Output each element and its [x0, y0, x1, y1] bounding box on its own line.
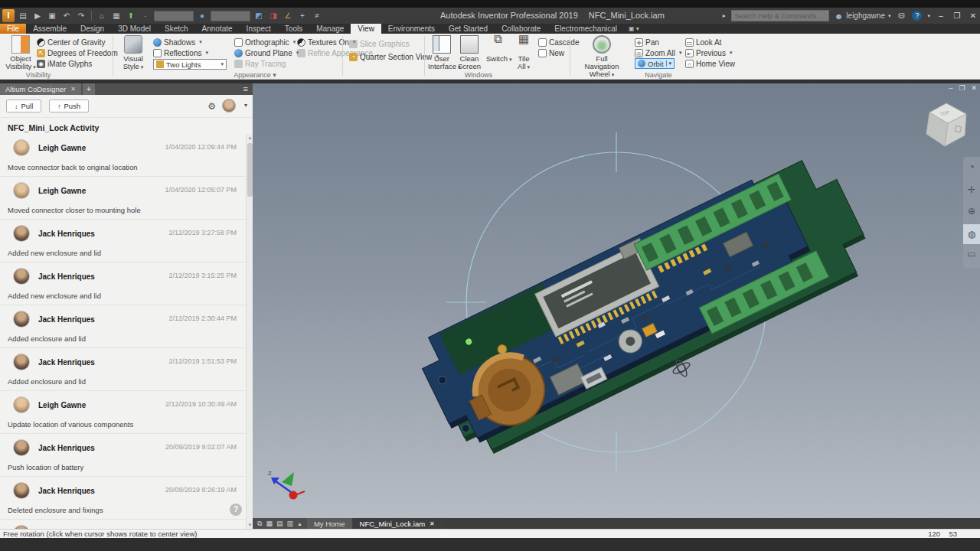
- screencast-icon[interactable]: ▣ ▾: [629, 24, 639, 34]
- clean-screen-button[interactable]: Clean Screen: [457, 35, 482, 70]
- restore-button[interactable]: ❐: [952, 11, 962, 20]
- search-input[interactable]: [731, 10, 829, 21]
- tab-get-started[interactable]: Get Started: [442, 24, 495, 34]
- panel-tab-close-icon[interactable]: ✕: [70, 86, 76, 93]
- appearance-dropdown[interactable]: [211, 11, 250, 21]
- nav-pan-icon[interactable]: ✛: [963, 184, 980, 195]
- activity-item[interactable]: Jack Henriques 2/12/2019 3:15:25 PM Adde…: [0, 262, 246, 305]
- settings-gear-icon[interactable]: ⚙: [207, 101, 216, 112]
- tab-inspect[interactable]: Inspect: [240, 24, 278, 34]
- expand-tabs-icon[interactable]: ▲: [297, 521, 302, 527]
- push-button[interactable]: ↑ Push: [49, 99, 89, 112]
- pull-button[interactable]: ↓ Pull: [6, 99, 41, 112]
- lighting-style-dropdown[interactable]: Two Lights ▾: [153, 59, 227, 70]
- look-at-button[interactable]: ▭ Look At: [685, 37, 721, 47]
- tab-design[interactable]: Design: [74, 24, 111, 34]
- pcb-3d-scene[interactable]: Z: [253, 83, 980, 518]
- activity-item-partial[interactable]: [0, 520, 246, 529]
- nav-zoom-icon[interactable]: ⊕: [963, 206, 980, 217]
- nav-lookat-icon[interactable]: ▭: [963, 249, 980, 259]
- iproperties-icon[interactable]: ▦: [110, 10, 122, 21]
- activity-item[interactable]: Leigh Gawne 1/04/2020 12:05:07 PM Moved …: [0, 177, 246, 220]
- tab-assemble[interactable]: Assemble: [26, 24, 74, 34]
- tab-altium-codesigner[interactable]: Altium CoDesigner ✕: [0, 83, 81, 95]
- tab-3d-model[interactable]: 3D Model: [111, 24, 158, 34]
- equalizer-icon[interactable]: ≠: [311, 10, 323, 21]
- tile-all-button[interactable]: ▦ Tile All▾: [512, 35, 535, 71]
- account-caret-icon[interactable]: ▾: [244, 102, 247, 109]
- reflections-button[interactable]: Reflections▾: [153, 48, 208, 57]
- switch-button[interactable]: ⧉ Switch▾: [486, 35, 509, 64]
- scrollbar-thumb[interactable]: [247, 143, 253, 197]
- adjust-icon[interactable]: ◩: [253, 10, 265, 21]
- activity-scrollbar[interactable]: ▴ ▾: [246, 134, 253, 529]
- visual-style-button[interactable]: Visual Style▾: [118, 35, 149, 71]
- material-dropdown[interactable]: [154, 11, 194, 21]
- doc-tab-close-icon[interactable]: ✕: [430, 520, 435, 527]
- tab-manage[interactable]: Manage: [309, 24, 351, 34]
- center-of-gravity-button[interactable]: Center of Gravity: [37, 37, 106, 47]
- new-file-icon[interactable]: ▤: [17, 10, 29, 21]
- orthographic-button[interactable]: ◳ Orthographic▾: [234, 37, 296, 47]
- user-chip[interactable]: ☻ leighgawne ▾: [835, 11, 891, 21]
- tab-document[interactable]: NFC_Mini_Lock.iam ✕: [353, 518, 443, 529]
- open-file-icon[interactable]: ▶: [31, 10, 44, 21]
- view-cube[interactable]: TOP: [919, 99, 974, 154]
- close-button[interactable]: ✕: [968, 11, 978, 20]
- zoom-all-button[interactable]: ◎ Zoom All▾: [635, 48, 681, 57]
- ground-icon[interactable]: ∠: [282, 10, 294, 21]
- tab-sketch[interactable]: Sketch: [158, 24, 195, 34]
- panel-add-tab-button[interactable]: +: [83, 83, 95, 95]
- help-icon[interactable]: ?: [912, 11, 922, 21]
- home-view-button[interactable]: ⌂ Home View: [685, 59, 735, 68]
- undo-icon[interactable]: ↶: [60, 10, 73, 21]
- panel-menu-icon[interactable]: ≡: [243, 83, 248, 95]
- measure-icon[interactable]: ∙: [139, 10, 152, 21]
- nav-wheel-icon[interactable]: ◔: [963, 161, 980, 172]
- appearance-icon[interactable]: ●: [196, 10, 208, 21]
- activity-item[interactable]: Jack Henriques 2/12/2019 3:27:58 PM Adde…: [0, 220, 246, 262]
- activity-list[interactable]: Leigh Gawne 1/04/2020 12:09:44 PM Move c…: [0, 134, 246, 529]
- tile-vertical-icon[interactable]: ▥: [286, 520, 293, 527]
- tab-file[interactable]: File: [0, 24, 26, 34]
- tab-tools[interactable]: Tools: [278, 24, 309, 34]
- activity-item[interactable]: Leigh Gawne 2/12/2019 10:30:49 AM Update…: [0, 391, 246, 434]
- previous-view-button[interactable]: ⇤ Previous▾: [685, 48, 732, 57]
- color-icon[interactable]: ◨: [267, 10, 279, 21]
- tab-my-home[interactable]: My Home: [307, 518, 353, 529]
- object-visibility-button[interactable]: Object Visibility▾: [5, 35, 37, 71]
- tab-electromechanical[interactable]: Electromechanical: [547, 24, 624, 34]
- shadows-button[interactable]: Shadows▾: [153, 37, 202, 47]
- ground-plane-button[interactable]: Ground Plane▾: [234, 48, 299, 57]
- home-icon[interactable]: ⌂: [96, 10, 108, 21]
- activity-item[interactable]: Jack Henriques 2/12/2019 1:51:53 PM Adde…: [0, 348, 246, 391]
- activity-item[interactable]: Leigh Gawne 1/04/2020 12:09:44 PM Move c…: [0, 134, 246, 177]
- user-interface-button[interactable]: User Interface▾: [428, 35, 456, 71]
- orbit-split-caret[interactable]: ▾: [666, 60, 671, 67]
- tab-environments[interactable]: Environments: [381, 24, 442, 34]
- cascade-windows-icon[interactable]: ⧉: [257, 520, 262, 528]
- imate-glyphs-button[interactable]: ◉ iMate Glyphs: [37, 59, 92, 68]
- pan-button[interactable]: ✛ Pan: [635, 37, 659, 47]
- nav-orbit-icon[interactable]: ◍: [963, 224, 980, 244]
- degrees-of-freedom-button[interactable]: ⇱ Degrees of Freedom: [37, 48, 118, 57]
- tab-view[interactable]: View: [351, 24, 381, 34]
- activity-item[interactable]: Jack Henriques 20/09/2019 8:26:19 AM Del…: [0, 477, 246, 520]
- tab-annotate[interactable]: Annotate: [195, 24, 240, 34]
- tile-horizontal-icon[interactable]: ▤: [276, 520, 283, 527]
- help-caret-icon[interactable]: ▾: [927, 13, 930, 19]
- tile-grid-icon[interactable]: ▦: [266, 520, 273, 527]
- account-avatar[interactable]: [222, 99, 236, 112]
- plus-icon[interactable]: +: [296, 10, 309, 21]
- minimize-button[interactable]: –: [936, 11, 946, 20]
- model-viewport[interactable]: – ❐ ✕: [253, 83, 980, 518]
- panel-help-button[interactable]: ?: [230, 504, 242, 516]
- new-window-button[interactable]: New: [538, 48, 564, 57]
- save-icon[interactable]: ▣: [46, 10, 58, 21]
- user-caret-icon[interactable]: ▾: [888, 13, 891, 19]
- activity-item[interactable]: Jack Henriques 20/09/2019 9:02:07 AM Pus…: [0, 434, 246, 477]
- expand-search-icon[interactable]: ▸: [723, 12, 726, 19]
- orbit-button[interactable]: Orbit ▾: [635, 58, 675, 69]
- activity-item[interactable]: Jack Henriques 2/12/2019 2:30:44 PM Adde…: [0, 305, 246, 348]
- update-icon[interactable]: ⬆: [125, 10, 137, 21]
